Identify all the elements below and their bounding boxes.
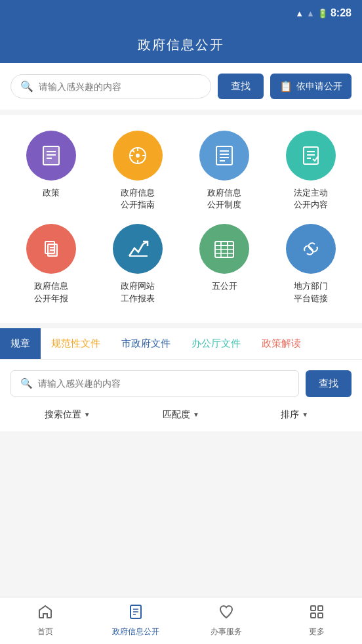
tab-normative-label: 规范性文件 bbox=[51, 337, 100, 349]
heart-icon bbox=[218, 604, 234, 624]
icons-section: 政策 政府信息公开指南 bbox=[0, 115, 362, 323]
nav-services-label: 办事服务 bbox=[211, 626, 242, 637]
icon-item-report[interactable]: 政府网站工作报表 bbox=[97, 224, 178, 304]
search-button[interactable]: 查找 bbox=[218, 74, 264, 99]
page-title: 政府信息公开 bbox=[138, 36, 224, 54]
filter-row: 搜索位置 ▼ 匹配度 ▼ 排序 ▼ bbox=[0, 402, 362, 431]
nav-more[interactable]: 更多 bbox=[272, 597, 362, 644]
svg-rect-39 bbox=[318, 606, 323, 611]
tab-office-label: 办公厅文件 bbox=[191, 337, 241, 349]
system-label: 政府信息公开制度 bbox=[207, 187, 241, 211]
home-icon bbox=[37, 604, 53, 624]
icon-legal-circle bbox=[286, 131, 336, 181]
filter-sort-label: 排序 bbox=[281, 409, 299, 421]
filter-location[interactable]: 搜索位置 ▼ bbox=[10, 409, 124, 421]
legal-label: 法定主动公开内容 bbox=[294, 187, 328, 211]
search-input[interactable] bbox=[39, 81, 201, 92]
search-input-wrap[interactable]: 🔍 bbox=[10, 74, 211, 98]
svg-rect-41 bbox=[318, 613, 323, 618]
tabs-section: 规章 规范性文件 市政府文件 办公厅文件 政策解读 🔍 查找 搜索位置 ▼ 匹配… bbox=[0, 328, 362, 431]
tab-policy[interactable]: 政策解读 bbox=[251, 328, 312, 359]
nav-gov-info[interactable]: 政府信息公开 bbox=[90, 597, 181, 644]
tab-rules-label: 规章 bbox=[10, 337, 30, 349]
tab-search-section: 🔍 查找 bbox=[0, 360, 362, 402]
status-icons: ▲ ▲ 🔋 8:28 bbox=[295, 7, 352, 19]
nav-home-label: 首页 bbox=[37, 626, 53, 637]
apply-button[interactable]: 📋 依申请公开 bbox=[270, 74, 352, 99]
icon-local-circle bbox=[286, 224, 336, 274]
legal-icon bbox=[298, 143, 323, 168]
guide-icon bbox=[125, 143, 150, 168]
match-arrow-icon: ▼ bbox=[193, 411, 199, 418]
status-time: 8:28 bbox=[331, 7, 352, 19]
policy-label: 政策 bbox=[43, 187, 60, 199]
guide-label: 政府信息公开指南 bbox=[121, 187, 155, 211]
battery-icon: 🔋 bbox=[317, 9, 328, 18]
tabs-header: 规章 规范性文件 市政府文件 办公厅文件 政策解读 bbox=[0, 328, 362, 360]
filter-location-label: 搜索位置 bbox=[45, 409, 81, 421]
annual-icon bbox=[39, 236, 64, 261]
tab-normative[interactable]: 规范性文件 bbox=[41, 328, 111, 359]
svg-rect-12 bbox=[216, 146, 232, 165]
tab-search-input[interactable] bbox=[38, 378, 289, 389]
svg-rect-38 bbox=[311, 606, 315, 611]
icons-grid: 政策 政府信息公开指南 bbox=[10, 131, 352, 305]
nav-home[interactable]: 首页 bbox=[0, 597, 90, 644]
app-header: 政府信息公开 bbox=[0, 26, 362, 63]
five-icon bbox=[212, 236, 237, 261]
icon-item-system[interactable]: 政府信息公开制度 bbox=[184, 131, 265, 211]
tab-city[interactable]: 市政府文件 bbox=[111, 328, 181, 359]
svg-line-11 bbox=[132, 150, 135, 153]
apply-label: 依申请公开 bbox=[296, 81, 342, 93]
system-icon bbox=[212, 143, 237, 168]
report-label: 政府网站工作报表 bbox=[121, 280, 155, 304]
filter-match[interactable]: 匹配度 ▼ bbox=[124, 409, 237, 421]
icon-item-annual[interactable]: 政府信息公开年报 bbox=[10, 224, 92, 304]
signal-icon: ▲ bbox=[295, 9, 304, 18]
tab-rules[interactable]: 规章 bbox=[0, 328, 41, 359]
local-icon bbox=[298, 236, 323, 261]
local-label: 地方部门平台链接 bbox=[294, 280, 328, 304]
tab-search-icon: 🔍 bbox=[20, 377, 33, 389]
icon-item-policy[interactable]: 政策 bbox=[10, 131, 92, 211]
apply-icon: 📋 bbox=[279, 80, 292, 93]
tab-search-input-wrap[interactable]: 🔍 bbox=[10, 370, 299, 397]
search-icon: 🔍 bbox=[20, 80, 33, 93]
icon-item-five[interactable]: 五公开 bbox=[184, 224, 265, 304]
sort-arrow-icon: ▼ bbox=[302, 411, 308, 418]
icon-annual-circle bbox=[26, 224, 76, 274]
icon-report-circle bbox=[113, 224, 163, 274]
annual-label: 政府信息公开年报 bbox=[34, 280, 68, 304]
nav-gov-info-label: 政府信息公开 bbox=[112, 626, 159, 637]
icon-policy-circle bbox=[26, 131, 76, 181]
policy-icon bbox=[39, 143, 64, 168]
no-signal-icon: ▲ bbox=[306, 9, 315, 18]
search-section: 🔍 查找 📋 依申请公开 bbox=[0, 63, 362, 110]
icon-item-guide[interactable]: 政府信息公开指南 bbox=[97, 131, 178, 211]
nav-more-label: 更多 bbox=[309, 626, 325, 637]
tab-search-button[interactable]: 查找 bbox=[306, 370, 352, 397]
icon-guide-circle bbox=[113, 131, 163, 181]
nav-services[interactable]: 办事服务 bbox=[181, 597, 272, 644]
tab-policy-label: 政策解读 bbox=[262, 337, 301, 349]
grid-icon bbox=[309, 604, 325, 624]
report-icon bbox=[125, 236, 150, 261]
icon-item-legal[interactable]: 法定主动公开内容 bbox=[270, 131, 352, 211]
document-icon bbox=[128, 604, 144, 624]
five-label: 五公开 bbox=[212, 280, 237, 292]
tab-city-label: 市政府文件 bbox=[121, 337, 171, 349]
svg-rect-40 bbox=[311, 613, 315, 618]
icon-system-circle bbox=[199, 131, 249, 181]
location-arrow-icon: ▼ bbox=[84, 411, 90, 418]
icon-item-local[interactable]: 地方部门平台链接 bbox=[270, 224, 352, 304]
icon-five-circle bbox=[199, 224, 249, 274]
status-bar: ▲ ▲ 🔋 8:28 bbox=[0, 0, 362, 26]
bottom-nav: 首页 政府信息公开 办事服务 bbox=[0, 597, 362, 644]
filter-match-label: 匹配度 bbox=[163, 409, 190, 421]
svg-point-6 bbox=[136, 154, 140, 158]
tab-office[interactable]: 办公厅文件 bbox=[181, 328, 251, 359]
filter-sort[interactable]: 排序 ▼ bbox=[238, 409, 352, 421]
